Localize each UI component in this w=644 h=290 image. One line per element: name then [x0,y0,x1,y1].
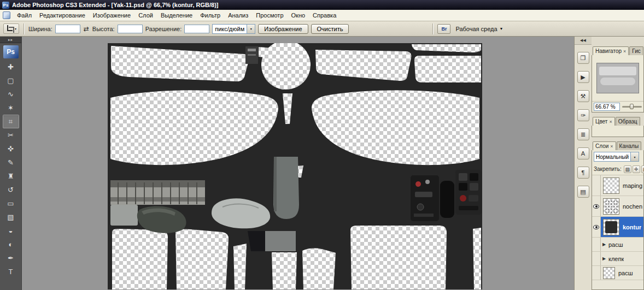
layer-visibility-toggle[interactable] [592,217,601,237]
workspace-label: Рабочая среда [455,26,497,32]
layer-row-3[interactable]: ▶расш [592,238,643,252]
history-brush-tool[interactable]: ↺ [3,183,19,197]
lock-transparent-pixels-icon[interactable]: ▨ [624,165,631,173]
brush-tool[interactable]: ✎ [3,156,19,169]
healing-brush-tool[interactable]: ✜ [3,142,19,156]
blend-mode-select[interactable]: Нормальный ▾ [594,152,639,162]
layer-row-4[interactable]: ▶клепк [592,252,643,266]
tab-navigator[interactable]: Навигатор × [593,46,629,55]
close-tab-icon[interactable]: × [609,119,612,125]
layers-panel: Слои × Каналы Нормальный ▾ Закрепить: ▨✛… [592,140,644,290]
menu-item-0[interactable]: Файл [13,10,36,20]
zoom-slider[interactable] [622,106,642,108]
layer-visibility-toggle[interactable] [592,266,601,280]
rectangular-marquee-tool[interactable]: ▢ [3,74,19,87]
brushes-panel-icon[interactable]: ✑ [577,109,589,121]
toolbar-grip[interactable]: ▸▸ [0,37,21,43]
chevron-down-icon[interactable]: ▾ [247,25,255,33]
menu-item-2[interactable]: Изображение [89,10,134,20]
expand-group-icon[interactable]: ▶ [601,256,607,261]
height-label: Высота: [92,26,115,32]
actions-panel-icon[interactable]: ▶ [577,71,589,83]
crop-tool[interactable]: ⌗ [3,115,19,128]
character-panel-icon[interactable]: A [577,147,589,159]
slice-tool[interactable]: ✂ [3,128,19,142]
layer-row-1[interactable]: nochen [592,196,643,217]
chevron-down-icon[interactable]: ▾ [630,152,639,161]
layer-visibility-toggle[interactable] [592,196,601,216]
eraser-tool[interactable]: ▭ [3,197,19,210]
tab-layers-label: Слои [595,143,608,149]
document-yak11[interactable] [108,43,482,289]
info-panel-icon[interactable]: ❐ [577,52,589,64]
dodge-tool-icon: ◐ [9,241,13,248]
move-tool[interactable]: ✚ [3,60,19,74]
navigator-preview [592,55,643,101]
tab-histogram[interactable]: Гис [629,46,643,55]
clone-stamp-tool[interactable]: ♜ [3,169,19,183]
layer-visibility-toggle[interactable] [592,252,601,265]
dock-icons: ❐▶⚒✑≣A¶▤ [577,45,589,198]
layer-comps-panel-icon[interactable]: ≣ [577,128,589,140]
layer-thumbnail [603,177,619,194]
document-window-icon[interactable] [3,11,10,19]
resolution-unit-select[interactable]: пикс/дюйм ▾ [212,24,255,34]
type-tool-icon: T [9,268,13,275]
close-tab-icon[interactable]: × [623,49,626,54]
layer-visibility-toggle[interactable] [592,175,601,196]
menu-item-6[interactable]: Анализ [224,10,252,20]
height-input[interactable] [118,25,143,33]
front-image-button[interactable]: Изображение [258,24,308,34]
paragraph-panel-icon[interactable]: ¶ [577,167,589,179]
panel-well-spacer [592,37,644,45]
pen-tool[interactable]: ✒ [3,251,19,265]
resolution-input[interactable] [184,25,209,33]
tool-presets-panel-icon[interactable]: ⚒ [577,90,589,102]
bridge-button[interactable]: Br [437,24,450,34]
menu-item-5[interactable]: Фильтр [196,10,224,20]
tab-channels[interactable]: Каналы [617,141,642,150]
collapse-dock-button[interactable]: ◀◀ [575,37,592,45]
lasso-tool[interactable]: ∿ [3,87,19,101]
tab-layers[interactable]: Слои × [593,141,616,150]
blur-tool[interactable]: ◒ [3,224,19,238]
type-tool[interactable]: T [3,265,19,279]
tab-color[interactable]: Цвет × [593,117,615,126]
menu-item-3[interactable]: Слой [134,10,157,20]
lock-all-icon[interactable]: ▣ [641,165,644,173]
close-tab-icon[interactable]: × [610,144,613,149]
layer-row-2[interactable]: kontur [592,217,643,238]
width-input[interactable] [55,25,80,33]
workspace-menu[interactable]: Рабочая среда ▼ [453,25,505,33]
zoom-slider-thumb[interactable] [630,104,634,109]
menu-item-1[interactable]: Редактирование [36,10,89,20]
clear-button[interactable]: Очистить [311,24,349,34]
menu-item-4[interactable]: Выделение [157,10,196,20]
tab-swatches-label: Образц [618,119,637,125]
dodge-tool[interactable]: ◐ [3,238,19,251]
gradient-tool[interactable]: ▧ [3,210,19,224]
canvas-area[interactable] [22,37,574,290]
styles-panel-icon[interactable]: ▤ [577,186,589,198]
photoshop-logo[interactable]: Ps [3,45,19,58]
layer-row-5[interactable]: расш [592,266,643,280]
layer-name: расш [617,270,633,276]
menu-item-9[interactable]: Справка [309,10,340,20]
menu-item-8[interactable]: Окно [288,10,309,20]
layer-visibility-toggle[interactable] [592,238,601,251]
crop-icon [6,25,13,32]
expand-group-icon[interactable]: ▶ [601,242,607,247]
small-photo-strip [245,46,258,64]
lock-position-icon[interactable]: ✛ [633,165,640,173]
layer-row-0[interactable]: maping [592,175,643,196]
layer-thumbnail [603,198,619,215]
pen-tool-icon: ✒ [8,255,14,262]
brush-tool-icon: ✎ [8,159,14,166]
magic-wand-tool[interactable]: ✶ [3,101,19,115]
swap-dimensions-icon[interactable]: ⇄ [83,25,90,33]
zoom-input[interactable] [594,103,620,111]
tab-swatches[interactable]: Образц [616,117,640,126]
color-panel: Цвет × Образц [592,116,644,137]
crop-tool-preset-button[interactable]: ▾ [3,23,19,34]
menu-item-7[interactable]: Просмотр [252,10,287,20]
